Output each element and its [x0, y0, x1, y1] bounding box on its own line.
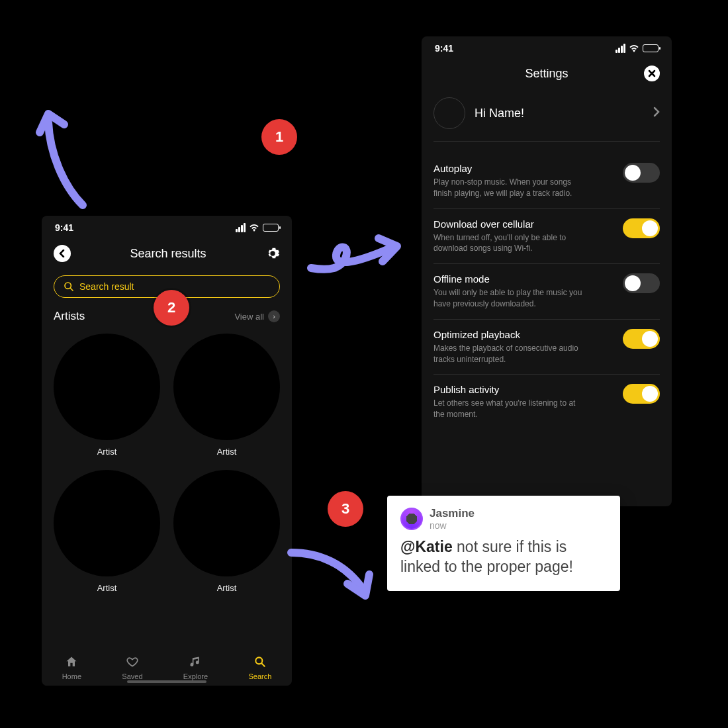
- status-icons: [236, 223, 279, 232]
- heart-icon: [122, 655, 142, 670]
- nav-label: Explore: [183, 672, 208, 680]
- artist-name: Artist: [173, 583, 280, 593]
- profile-row[interactable]: Hi Name!: [433, 97, 660, 142]
- comment-body: @Katie not sure if this is linked to the…: [400, 537, 607, 577]
- artist-item[interactable]: Artist: [54, 334, 160, 457]
- music-icon: [183, 655, 208, 670]
- nav-label: Home: [62, 672, 81, 680]
- comment-avatar: [400, 508, 423, 530]
- setting-title: Download over cellular: [433, 218, 616, 230]
- status-time: 9:41: [435, 43, 453, 54]
- setting-description: You will only be able to play the music …: [433, 287, 586, 310]
- nav-explore[interactable]: Explore: [183, 655, 208, 680]
- comment-card: Jasmine now @Katie not sure if this is l…: [387, 496, 620, 591]
- search-results-screen: 9:41 Search results Artists View all › A…: [42, 216, 292, 686]
- signal-icon: [236, 223, 246, 232]
- setting-title: Optimized playback: [433, 329, 616, 340]
- titlebar: Search results: [42, 238, 292, 269]
- toggle-switch[interactable]: [623, 329, 660, 349]
- artist-avatar-placeholder: [54, 334, 160, 440]
- settings-screen: 9:41 Settings Hi Name! AutoplayPlay non-…: [422, 36, 672, 506]
- nav-label: Saved: [122, 672, 142, 680]
- setting-row: Download over cellularWhen turned off, y…: [433, 209, 660, 265]
- chevron-right-icon: [653, 107, 660, 120]
- battery-icon: [643, 44, 659, 52]
- titlebar: Settings: [422, 59, 672, 88]
- artist-name: Artist: [54, 447, 160, 457]
- comment-author: Jasmine: [430, 508, 475, 520]
- nav-home[interactable]: Home: [62, 655, 81, 680]
- gear-icon[interactable]: [265, 246, 280, 261]
- svg-line-1: [70, 288, 73, 291]
- setting-description: When turned off, you'll only be able to …: [433, 232, 586, 255]
- nav-search[interactable]: Search: [248, 655, 271, 680]
- chevron-right-icon: ›: [268, 310, 280, 322]
- toggle-switch[interactable]: [623, 384, 660, 404]
- status-bar: 9:41: [42, 216, 292, 238]
- view-all-link[interactable]: View all ›: [234, 310, 280, 322]
- search-icon: [64, 281, 74, 292]
- toggle-switch[interactable]: [623, 273, 660, 293]
- comment-header: Jasmine now: [400, 508, 607, 531]
- view-all-text: View all: [234, 312, 264, 322]
- artist-avatar-placeholder: [173, 334, 280, 440]
- toggle-switch[interactable]: [623, 163, 660, 183]
- status-icons: [615, 44, 659, 53]
- page-title: Search results: [71, 247, 265, 261]
- setting-row: Optimized playbackMakes the playback of …: [433, 320, 660, 375]
- svg-line-3: [261, 664, 264, 666]
- page-title: Settings: [449, 67, 644, 81]
- annotation-arrow-3: [285, 543, 384, 612]
- annotation-badge-2: 2: [154, 290, 189, 326]
- setting-description: Makes the playback of consecutive audio …: [433, 343, 586, 365]
- home-indicator: [127, 680, 206, 683]
- wifi-icon: [249, 224, 259, 232]
- chevron-left-icon: [58, 250, 66, 257]
- artist-item[interactable]: Artist: [173, 334, 280, 457]
- nav-label: Search: [248, 672, 271, 680]
- status-time: 9:41: [55, 222, 73, 233]
- settings-list: AutoplayPlay non-stop music. When your s…: [422, 154, 672, 430]
- wifi-icon: [629, 44, 639, 52]
- setting-description: Let others see what you're listening to …: [433, 398, 586, 420]
- setting-row: Offline modeYou will only be able to pla…: [433, 264, 660, 320]
- artist-grid: Artist Artist Artist Artist: [42, 330, 292, 597]
- status-bar: 9:41: [422, 36, 672, 59]
- setting-description: Play non-stop music. When your songs fin…: [433, 177, 586, 199]
- annotation-arrow-2: [304, 232, 410, 287]
- annotation-arrow-1: [36, 106, 103, 214]
- setting-title: Publish activity: [433, 384, 616, 395]
- nav-saved[interactable]: Saved: [122, 655, 142, 680]
- toggle-switch[interactable]: [623, 218, 660, 238]
- setting-row: AutoplayPlay non-stop music. When your s…: [433, 154, 660, 209]
- comment-mention[interactable]: @Katie: [400, 538, 453, 555]
- close-icon: [648, 69, 656, 77]
- annotation-badge-1: 1: [261, 119, 297, 155]
- setting-title: Offline mode: [433, 273, 616, 285]
- artist-avatar-placeholder: [173, 470, 280, 576]
- artist-name: Artist: [54, 583, 160, 593]
- signal-icon: [615, 44, 625, 53]
- artist-item[interactable]: Artist: [173, 470, 280, 593]
- greeting-text: Hi Name!: [475, 107, 644, 120]
- home-icon: [62, 655, 81, 670]
- close-button[interactable]: [644, 66, 660, 81]
- avatar-placeholder: [433, 97, 465, 129]
- setting-row: Publish activityLet others see what you'…: [433, 375, 660, 430]
- annotation-badge-3: 3: [328, 491, 363, 527]
- battery-icon: [263, 224, 279, 232]
- comment-time: now: [430, 520, 475, 531]
- setting-title: Autoplay: [433, 163, 616, 174]
- artist-name: Artist: [173, 447, 280, 457]
- artist-avatar-placeholder: [54, 470, 160, 576]
- back-button[interactable]: [54, 245, 71, 262]
- section-label: Artists: [54, 310, 85, 323]
- artist-item[interactable]: Artist: [54, 470, 160, 593]
- search-icon: [248, 655, 271, 670]
